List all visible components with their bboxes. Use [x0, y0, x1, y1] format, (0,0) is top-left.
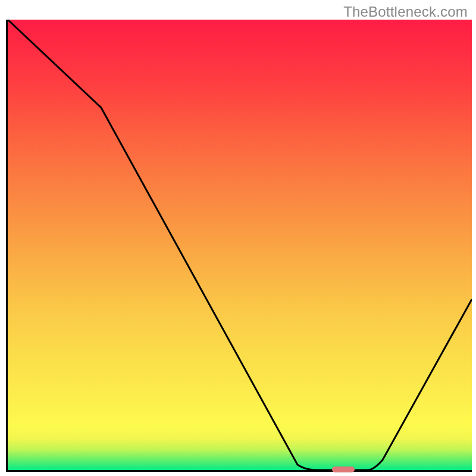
watermark-label: TheBottleneck.com	[343, 4, 468, 20]
plot-area	[6, 20, 472, 472]
chart-container: TheBottleneck.com	[0, 0, 476, 476]
bottleneck-curve	[8, 20, 472, 470]
curve-path	[8, 20, 472, 470]
optimal-marker	[332, 466, 355, 472]
